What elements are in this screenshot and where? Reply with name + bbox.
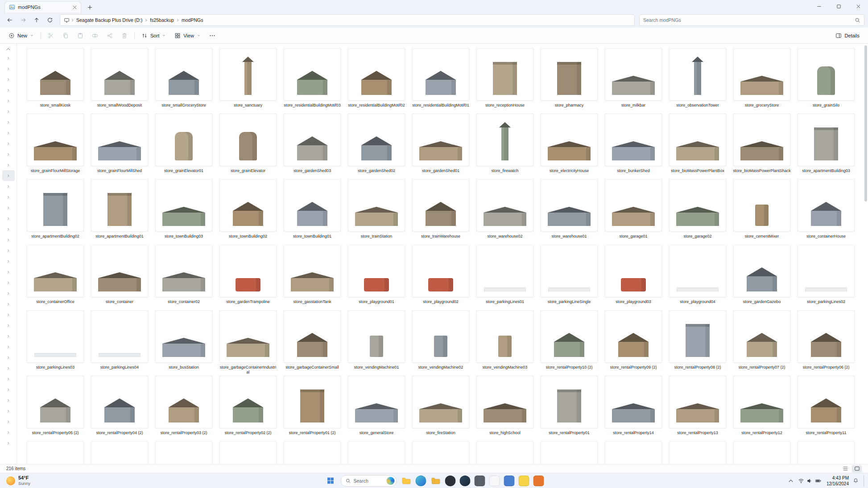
sidebar-tree-item-chevron-icon[interactable]	[2, 202, 15, 213]
file-item[interactable]: store_gardenShed03	[280, 114, 344, 179]
file-item[interactable]: store_rentalProperty03 (2)	[152, 376, 216, 441]
file-item[interactable]: store_rentalProperty09 (2)	[601, 310, 665, 376]
file-item[interactable]: store_playground01	[344, 245, 409, 310]
sidebar-tree-item-chevron-icon[interactable]	[2, 192, 15, 202]
taskbar-search-field[interactable]: Search	[341, 475, 397, 487]
file-item-partial[interactable]	[216, 441, 280, 464]
up-icon[interactable]	[30, 14, 43, 26]
file-item[interactable]: store_gasstationTank	[280, 245, 344, 310]
sidebar-tree-item-chevron-icon[interactable]	[2, 427, 15, 438]
file-item[interactable]: store_electricityHouse	[537, 114, 601, 179]
sidebar-tree-item-chevron-icon[interactable]	[2, 63, 15, 74]
delete-icon[interactable]	[117, 29, 132, 42]
file-item-partial[interactable]	[730, 441, 794, 464]
sidebar-tree-item-chevron-icon[interactable]	[2, 224, 15, 234]
file-item[interactable]: store_rentalProperty07 (2)	[730, 310, 794, 376]
sidebar-tree-item-chevron-icon[interactable]	[2, 363, 15, 373]
file-item[interactable]: store_rentalProperty05 (2)	[23, 376, 87, 441]
view-button[interactable]: View	[170, 29, 205, 42]
taskbar-app-file-explorer[interactable]	[401, 476, 412, 486]
file-item[interactable]: store_grainFlourMillShed	[87, 114, 152, 179]
file-item[interactable]: store_busStation	[152, 310, 216, 376]
file-item[interactable]: store_container	[87, 245, 152, 310]
file-item[interactable]: store_grainElevator01	[152, 114, 216, 179]
rename-icon[interactable]	[88, 29, 102, 42]
file-item[interactable]: store_gardenShed01	[409, 114, 473, 179]
file-item[interactable]: store_rentalProperty01 (2)	[280, 376, 344, 441]
file-item-partial[interactable]	[23, 441, 87, 464]
taskbar-weather-widget[interactable]: 54°F Sunny	[2, 473, 35, 488]
sidebar-tree-item-chevron-icon[interactable]	[2, 309, 15, 320]
file-item-partial[interactable]	[87, 441, 152, 464]
sidebar-tree-item-chevron-icon[interactable]	[2, 106, 15, 117]
file-item-partial[interactable]	[473, 441, 537, 464]
file-item[interactable]: store_containerOffice	[23, 245, 87, 310]
sidebar-tree-item-chevron-icon[interactable]	[2, 277, 15, 288]
file-item[interactable]: store_generalStore	[344, 376, 409, 441]
file-item[interactable]: store_rentalProperty13	[665, 376, 730, 441]
breadcrumb-item[interactable]: fs25backup	[148, 16, 176, 24]
file-item[interactable]: store_smallGroceryStore	[152, 48, 216, 114]
file-item[interactable]: store_warehouse02	[473, 179, 537, 245]
hidden-icons-chevron-icon[interactable]	[789, 475, 793, 487]
file-item[interactable]: store_parkingLines03	[23, 310, 87, 376]
file-item[interactable]: store_grainFlourMillStorage	[23, 114, 87, 179]
copy-icon[interactable]	[58, 29, 73, 42]
back-icon[interactable]	[4, 14, 16, 26]
details-view-icon[interactable]	[840, 465, 850, 472]
taskbar-app-office[interactable]	[533, 476, 544, 486]
sidebar-tree-item-chevron-icon[interactable]	[2, 438, 15, 448]
taskbar-app-edge[interactable]	[416, 476, 426, 486]
file-item[interactable]: store_pharmacy	[537, 48, 601, 114]
file-item-partial[interactable]	[152, 441, 216, 464]
file-item[interactable]: store_apartmentBuilding02	[23, 179, 87, 245]
file-item[interactable]: store_townBuilding03	[152, 179, 216, 245]
tab-close-icon[interactable]	[71, 4, 78, 11]
file-item[interactable]: store_parkingLines01	[473, 245, 537, 310]
file-item[interactable]: store_grainSilo	[794, 48, 858, 114]
sidebar-tree-item-chevron-icon[interactable]	[2, 74, 15, 85]
explorer-tab[interactable]: modPNGs	[4, 1, 81, 12]
file-item-partial[interactable]	[280, 441, 344, 464]
file-item[interactable]: store_garage01	[601, 179, 665, 245]
file-item[interactable]: store_playground04	[665, 245, 730, 310]
taskbar-app-notepad[interactable]	[489, 476, 500, 486]
start-button[interactable]	[324, 475, 337, 487]
paste-icon[interactable]	[73, 29, 87, 42]
sidebar-tree-item-chevron-icon[interactable]	[2, 138, 15, 149]
file-item[interactable]: store_vendingMachine03	[473, 310, 537, 376]
file-item-partial[interactable]	[601, 441, 665, 464]
close-button[interactable]	[848, 0, 868, 12]
file-item[interactable]: store_groceryStore	[730, 48, 794, 114]
file-item[interactable]: store_gardenTrampoline	[216, 245, 280, 310]
sidebar-tree-item-chevron-icon[interactable]	[2, 373, 15, 384]
search-input[interactable]	[643, 17, 855, 23]
taskbar-app-folder-shortcut[interactable]	[430, 476, 441, 486]
file-item-partial[interactable]	[344, 441, 409, 464]
refresh-icon[interactable]	[44, 14, 56, 26]
file-item[interactable]: store_warehouse01	[537, 179, 601, 245]
file-item[interactable]: store_parkingLines02	[794, 245, 858, 310]
show-desktop-button[interactable]	[864, 475, 865, 487]
file-item[interactable]: store_sanctuary	[216, 48, 280, 114]
file-item[interactable]: store_observationTower	[665, 48, 730, 114]
file-item[interactable]: store_townBuilding02	[216, 179, 280, 245]
file-item[interactable]: store_parkingLineSingle	[537, 245, 601, 310]
details-button[interactable]: Details	[831, 29, 864, 42]
sidebar-tree-item-chevron-icon[interactable]	[2, 117, 15, 127]
file-item-partial[interactable]	[665, 441, 730, 464]
file-item[interactable]: store_rentalProperty11	[794, 376, 858, 441]
breadcrumb-chevron-icon[interactable]	[70, 18, 74, 22]
file-item[interactable]: store_grainElevator	[216, 114, 280, 179]
file-item[interactable]: store_bioMassPowerPlantBox	[665, 114, 730, 179]
sidebar-tree-item-chevron-icon[interactable]	[2, 267, 15, 277]
sidebar-tree-item-chevron-icon[interactable]	[2, 213, 15, 224]
address-bar[interactable]: Seagate Backup Plus Drive (D:)fs25backup…	[60, 14, 635, 26]
file-item[interactable]: store_smallWoodDeposit	[87, 48, 152, 114]
copilot-icon[interactable]	[387, 477, 395, 485]
file-item[interactable]: store_parkingLines04	[87, 310, 152, 376]
file-item[interactable]: store_townBuilding01	[280, 179, 344, 245]
sidebar-tree-item-chevron-icon[interactable]	[2, 299, 15, 309]
vertical-scrollbar[interactable]	[864, 45, 867, 462]
file-item[interactable]: store_gardenShed02	[344, 114, 409, 179]
